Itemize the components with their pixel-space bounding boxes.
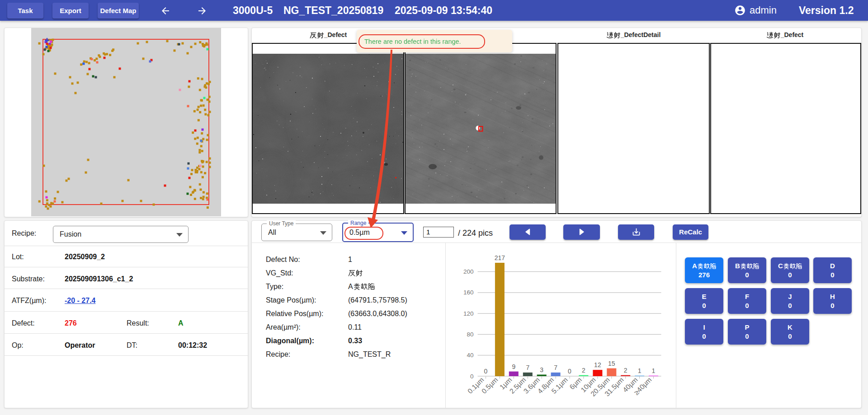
svg-text:40: 40 — [467, 352, 473, 359]
svg-text:7: 7 — [554, 364, 557, 371]
svg-text:0: 0 — [484, 368, 488, 375]
svg-text:12: 12 — [594, 361, 601, 368]
svg-text:200: 200 — [463, 268, 474, 275]
svg-text:2: 2 — [624, 367, 627, 374]
svg-text:0.5µm: 0.5µm — [480, 376, 500, 395]
svg-text:3: 3 — [540, 366, 543, 373]
svg-text:1: 1 — [652, 367, 656, 374]
svg-text:80: 80 — [467, 331, 473, 338]
svg-text:9: 9 — [512, 363, 515, 370]
svg-text:15: 15 — [608, 360, 615, 367]
svg-text:217: 217 — [495, 254, 505, 261]
svg-text:7: 7 — [526, 364, 529, 371]
svg-text:0: 0 — [568, 368, 571, 375]
svg-text:120: 120 — [463, 310, 474, 317]
svg-text:160: 160 — [463, 289, 474, 296]
svg-text:2: 2 — [582, 367, 585, 374]
svg-text:5.1µm: 5.1µm — [550, 376, 569, 395]
svg-text:0: 0 — [470, 373, 474, 380]
svg-text:1: 1 — [638, 367, 642, 374]
